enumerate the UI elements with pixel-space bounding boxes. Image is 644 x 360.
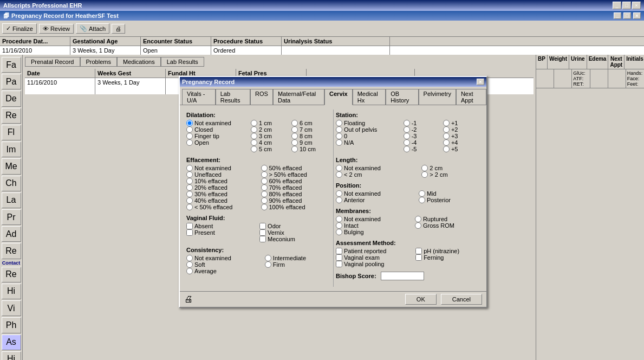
length-not-examined[interactable]: Not examined [336, 165, 413, 171]
station-neg4[interactable]: -4 [404, 139, 439, 146]
assessment-method-group: Assessment Method: Patient reported Vagi… [336, 240, 480, 267]
station-neg3[interactable]: -3 [404, 133, 439, 139]
dilatation-closed[interactable]: Closed [186, 126, 246, 133]
vf-absent[interactable]: Absent [186, 223, 251, 229]
mem-bulging[interactable]: Bulging [336, 229, 406, 235]
vaginal-fluid-label: Vaginal Fluid: [186, 215, 331, 221]
station-neg5[interactable]: -5 [404, 146, 439, 152]
dilatation-group: Dilatation: Not examined Closed Finger t… [186, 112, 331, 152]
cons-soft[interactable]: Soft [186, 261, 256, 268]
tab-vitals-ua[interactable]: Vitals - U/A [182, 89, 216, 105]
length-group: Length: Not examined < 2 cm 2 cm > 2 cm [336, 157, 480, 178]
assessment-options: Patient reported Vaginal exam Vaginal po… [336, 248, 480, 267]
dilatation-2cm[interactable]: 2 cm [251, 126, 287, 133]
station-floating[interactable]: Floating [336, 120, 399, 126]
cons-not-examined[interactable]: Not examined [186, 255, 256, 261]
dilatation-5cm[interactable]: 5 cm [251, 146, 287, 152]
station-pos3[interactable]: +3 [443, 133, 480, 139]
tab-ob-history[interactable]: OB History [386, 89, 418, 105]
vf-present[interactable]: Present [186, 229, 251, 236]
dilatation-not-examined[interactable]: Not examined [186, 120, 246, 126]
eff-80[interactable]: 80% effaced [261, 191, 331, 197]
cons-firm[interactable]: Firm [265, 261, 331, 268]
station-out-pelvis[interactable]: Out of pelvis [336, 126, 399, 133]
ok-button[interactable]: OK [405, 294, 437, 305]
tab-lab-results[interactable]: Lab Results [216, 89, 250, 105]
eff-10[interactable]: 10% effaced [186, 178, 257, 184]
position-col2: Mid Posterior [419, 190, 480, 203]
station-pos1[interactable]: +1 [443, 120, 480, 126]
dilatation-7cm[interactable]: 7 cm [291, 126, 331, 133]
bishop-score-input[interactable] [381, 272, 424, 280]
dilatation-6cm[interactable]: 6 cm [291, 120, 331, 126]
dilatation-col3: 6 cm 7 cm 8 cm 9 cm 10 cm [291, 120, 331, 152]
effacement-group: Effacement: Not examined Uneffaced 10% e… [186, 157, 331, 210]
vf-col2: Odor Vernix Meconium [259, 223, 331, 242]
dialog-close-btn[interactable]: × [477, 79, 484, 85]
station-pos2[interactable]: +2 [443, 126, 480, 133]
eff-uneffaced[interactable]: Uneffaced [186, 171, 257, 178]
mem-intact[interactable]: Intact [336, 222, 406, 229]
eff-20[interactable]: 20% effaced [186, 184, 257, 191]
position-mid[interactable]: Mid [419, 190, 480, 197]
vf-meconium[interactable]: Meconium [259, 236, 331, 242]
station-pos5[interactable]: +5 [443, 146, 480, 152]
assess-vaginal-exam[interactable]: Vaginal exam [336, 254, 407, 261]
position-group: Position: Not examined Anterior Mid Post… [336, 182, 480, 203]
station-neg1[interactable]: -1 [404, 120, 439, 126]
mem-ruptured[interactable]: Ruptured [415, 216, 480, 222]
assess-ferning[interactable]: Ferning [415, 254, 480, 261]
assess-patient-reported[interactable]: Patient reported [336, 248, 407, 254]
dilatation-4cm[interactable]: 4 cm [251, 139, 287, 146]
eff-100[interactable]: 100% effaced [261, 204, 331, 210]
tab-maternal-fetal[interactable]: Maternal/Fetal Data [273, 89, 324, 105]
station-0[interactable]: 0 [336, 133, 399, 139]
station-group: Station: Floating Out of pelvis 0 N/A -1 [336, 112, 480, 152]
eff-60[interactable]: 60% effaced [261, 178, 331, 184]
length-lt2cm[interactable]: < 2 cm [336, 171, 413, 178]
tab-medical-hx[interactable]: Medical Hx [353, 89, 386, 105]
vf-odor[interactable]: Odor [259, 223, 331, 229]
position-anterior[interactable]: Anterior [336, 197, 410, 203]
tab-pelvimetry[interactable]: Pelvimetry [419, 89, 456, 105]
cancel-button[interactable]: Cancel [441, 294, 482, 305]
station-pos4[interactable]: +4 [443, 139, 480, 146]
assess-ph[interactable]: pH (nitrazine) [415, 248, 480, 254]
eff-90[interactable]: 90% effaced [261, 197, 331, 204]
cons-intermediate[interactable]: Intermediate [265, 255, 331, 261]
eff-50[interactable]: 50% effaced [261, 165, 331, 171]
station-na[interactable]: N/A [336, 139, 399, 146]
position-posterior[interactable]: Posterior [419, 197, 480, 203]
cons-average[interactable]: Average [186, 268, 256, 274]
assessment-method-label: Assessment Method: [336, 240, 480, 246]
dilatation-10cm[interactable]: 10 cm [291, 146, 331, 152]
mem-col1: Not examined Intact Bulging [336, 216, 406, 235]
dilatation-8cm[interactable]: 8 cm [291, 133, 331, 139]
eff-lt50[interactable]: < 50% effaced [186, 204, 257, 210]
dilatation-1cm[interactable]: 1 cm [251, 120, 287, 126]
effacement-col1: Not examined Uneffaced 10% effaced 20% e… [186, 165, 257, 210]
tab-ros[interactable]: ROS [250, 89, 273, 105]
dialog-footer-left: 🖨 [184, 294, 193, 304]
tab-cervix[interactable]: Cervix [324, 89, 353, 105]
length-2cm[interactable]: 2 cm [421, 165, 480, 171]
station-neg2[interactable]: -2 [404, 126, 439, 133]
dilatation-9cm[interactable]: 9 cm [291, 139, 331, 146]
dilatation-open[interactable]: Open [186, 139, 246, 146]
eff-40[interactable]: 40% effaced [186, 197, 257, 204]
eff-70[interactable]: 70% effaced [261, 184, 331, 191]
tab-next-appt[interactable]: Next Appt [456, 89, 486, 105]
dilatation-3cm[interactable]: 3 cm [251, 133, 287, 139]
dilatation-finger-tip[interactable]: Finger tip [186, 133, 246, 139]
eff-gt50[interactable]: > 50% effaced [261, 171, 331, 178]
station-col2: -1 -2 -3 -4 -5 [404, 120, 439, 152]
mem-gross-rom[interactable]: Gross ROM [415, 222, 480, 229]
mem-not-examined[interactable]: Not examined [336, 216, 406, 222]
eff-not-examined[interactable]: Not examined [186, 165, 257, 171]
position-not-examined[interactable]: Not examined [336, 190, 410, 197]
length-gt2cm[interactable]: > 2 cm [421, 171, 480, 178]
assess-vaginal-pooling[interactable]: Vaginal pooling [336, 261, 407, 267]
vf-vernix[interactable]: Vernix [259, 229, 331, 236]
dilatation-col2: 1 cm 2 cm 3 cm 4 cm 5 cm [251, 120, 287, 152]
eff-30[interactable]: 30% effaced [186, 191, 257, 197]
